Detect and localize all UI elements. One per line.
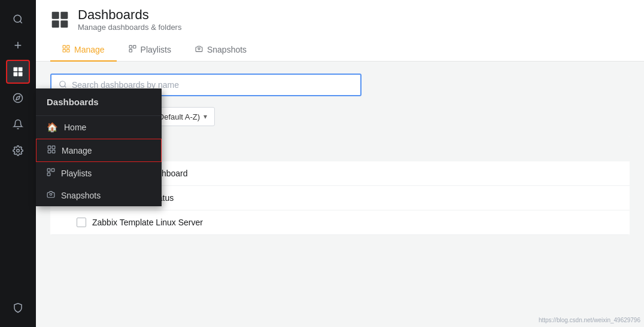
svg-line-1 — [20, 21, 22, 23]
svg-rect-20 — [60, 20, 68, 27]
tab-snapshots[interactable]: Snapshots — [183, 39, 259, 62]
tab-manage[interactable]: Manage — [50, 39, 117, 62]
svg-point-6 — [14, 94, 23, 103]
dropdown-title: Dashboards — [36, 88, 162, 116]
page-title-row: Dashboards Manage dashboards & folders — [50, 7, 630, 39]
dropdown-item-snapshots[interactable]: Snapshots — [36, 184, 162, 206]
svg-rect-14 — [51, 169, 54, 172]
svg-rect-11 — [48, 150, 51, 153]
manage-icon — [47, 145, 56, 155]
dropdown-item-manage[interactable]: Manage — [36, 139, 162, 162]
svg-rect-10 — [52, 146, 55, 149]
page-subtitle: Manage dashboards & folders — [78, 23, 181, 32]
sidebar-icon-explore[interactable] — [6, 86, 30, 110]
svg-rect-9 — [48, 146, 51, 149]
sidebar-icon-alerts[interactable] — [6, 112, 30, 136]
svg-rect-17 — [52, 11, 59, 19]
sidebar-icon-plus[interactable]: + — [6, 33, 30, 57]
svg-rect-18 — [60, 11, 68, 19]
watermark: https://blog.csdn.net/weixin_49629796 — [539, 317, 640, 323]
tab-playlists[interactable]: Playlists — [117, 39, 183, 62]
svg-rect-27 — [129, 50, 132, 52]
svg-point-16 — [50, 193, 52, 195]
svg-rect-24 — [67, 50, 69, 52]
home-icon: 🏠 — [47, 122, 58, 133]
svg-rect-13 — [47, 169, 50, 172]
svg-rect-23 — [63, 50, 65, 52]
svg-marker-7 — [16, 96, 20, 100]
page-header: Dashboards Manage dashboards & folders M… — [36, 0, 644, 62]
svg-rect-26 — [133, 45, 135, 48]
svg-rect-15 — [47, 173, 50, 176]
sidebar-icon-search[interactable] — [6, 7, 30, 31]
svg-rect-19 — [52, 20, 59, 27]
svg-rect-12 — [52, 150, 55, 153]
chevron-down-icon: ▾ — [203, 112, 207, 121]
playlists-icon — [47, 168, 55, 178]
svg-point-29 — [60, 81, 65, 86]
sidebar-icon-dashboards[interactable] — [6, 60, 30, 84]
svg-point-0 — [14, 15, 21, 22]
svg-rect-4 — [14, 72, 18, 77]
tab-snapshots-icon — [195, 45, 203, 54]
snapshots-icon — [47, 190, 55, 200]
svg-rect-3 — [19, 68, 23, 72]
svg-rect-22 — [67, 45, 69, 48]
sidebar-icon-shield[interactable] — [6, 296, 30, 320]
svg-rect-2 — [14, 68, 18, 72]
svg-point-28 — [198, 48, 200, 50]
dashboards-icon — [50, 10, 69, 29]
dashboards-dropdown-menu: Dashboards 🏠 Home Manage Playlists Snaps… — [36, 88, 162, 206]
table-row[interactable]: Zabbix Template Linux Server — [50, 210, 630, 235]
svg-rect-25 — [129, 45, 132, 48]
sidebar: + — [0, 0, 36, 327]
dropdown-item-playlists[interactable]: Playlists — [36, 162, 162, 184]
tab-playlists-icon — [129, 45, 136, 54]
svg-rect-21 — [63, 45, 65, 48]
tabs-bar: Manage Playlists Snapshots — [50, 39, 630, 61]
dropdown-item-home[interactable]: 🏠 Home — [36, 116, 162, 139]
dashboard-checkbox[interactable] — [77, 218, 86, 227]
dashboard-name: Zabbix Template Linux Server — [92, 218, 203, 227]
svg-rect-5 — [19, 72, 23, 77]
svg-point-8 — [17, 149, 20, 152]
sidebar-icon-settings[interactable] — [6, 139, 30, 163]
tab-manage-icon — [62, 45, 70, 54]
svg-line-30 — [65, 85, 66, 87]
page-title: Dashboards — [78, 7, 181, 23]
page-title-text: Dashboards Manage dashboards & folders — [78, 7, 181, 32]
